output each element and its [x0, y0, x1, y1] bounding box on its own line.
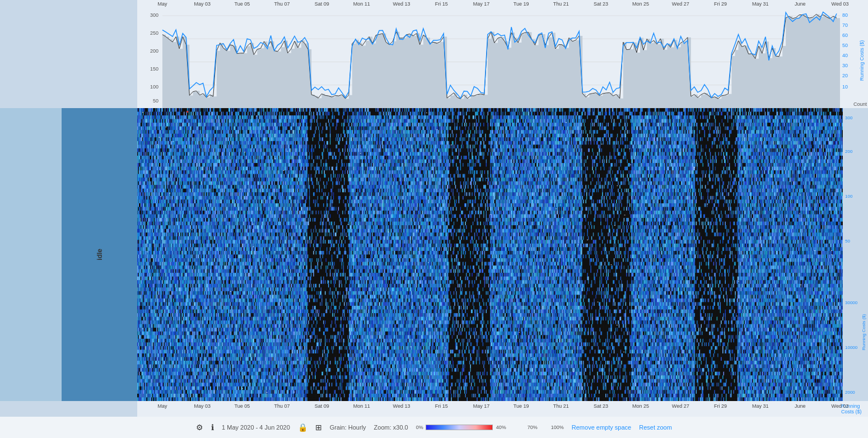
- remove-empty-space-link[interactable]: Remove empty space: [572, 424, 631, 431]
- gear-icon[interactable]: ⚙: [196, 423, 203, 432]
- svg-text:60: 60: [842, 32, 848, 38]
- svg-text:50: 50: [153, 98, 158, 104]
- date-tick-Mon-11: Mon 11: [353, 403, 370, 409]
- svg-text:20: 20: [842, 73, 848, 78]
- date-tick-Thu-07: Thu 07: [274, 403, 290, 409]
- svg-text:70: 70: [842, 22, 848, 28]
- date-tick-Tue-19: Tue 19: [514, 1, 529, 7]
- legend-100pct: 100%: [551, 425, 564, 430]
- date-tick-Thu-07: Thu 07: [274, 1, 290, 7]
- heatmap-section: idle 300 200 100 50 Running Costs ($) 30…: [0, 108, 868, 401]
- legend-0pct: 0%: [416, 425, 423, 430]
- date-tick-May: May: [157, 1, 167, 7]
- date-tick-Fri-29: Fri 29: [714, 403, 727, 409]
- svg-text:Running Costs ($): Running Costs ($): [861, 314, 866, 350]
- idle-label: idle: [96, 249, 104, 260]
- date-tick-Tue-05: Tue 05: [235, 403, 250, 409]
- zoom-label: Zoom: x30.0: [374, 424, 408, 431]
- svg-text:300: 300: [150, 12, 158, 18]
- heatmap-right-sidebar: 300 200 100 50 Running Costs ($) 30000 1…: [843, 108, 868, 401]
- date-tick-Sat-23: Sat 23: [594, 403, 608, 409]
- svg-text:10000: 10000: [845, 345, 858, 350]
- date-tick-May: May: [157, 403, 167, 409]
- date-tick-Thu-21: Thu 21: [553, 1, 569, 7]
- date-tick-Sat-09: Sat 09: [315, 403, 329, 409]
- date-tick-Mon-25: Mon 25: [632, 1, 649, 7]
- date-axis-top: MayMay 03Tue 05Thu 07Sat 09Mon 11Wed 13F…: [162, 0, 840, 10]
- date-tick-Thu-21: Thu 21: [553, 403, 569, 409]
- date-tick-Wed-03: Wed 03: [832, 1, 849, 7]
- left-sidebar-2: idle: [62, 108, 137, 401]
- left-sidebar-1: [0, 108, 62, 401]
- svg-text:30: 30: [842, 63, 848, 68]
- date-tick-Fri-15: Fri 15: [435, 403, 448, 409]
- date-tick-Tue-05: Tue 05: [235, 1, 250, 7]
- date-tick-June: June: [795, 1, 806, 7]
- heatmap-canvas: [137, 108, 843, 401]
- date-tick-Mon-11: Mon 11: [353, 1, 370, 7]
- svg-text:30000: 30000: [845, 300, 858, 305]
- svg-text:200: 200: [845, 149, 853, 154]
- top-chart: 300 250 200 150 100 50 80 70 60 50 40 30…: [0, 10, 868, 108]
- reset-zoom-link[interactable]: Reset zoom: [639, 424, 672, 431]
- date-tick-May-03: May 03: [194, 403, 211, 409]
- svg-text:2000: 2000: [845, 390, 855, 395]
- chart-left-pad: [0, 10, 137, 108]
- count-label: Count: [853, 101, 867, 107]
- bottom-axis: MayMay 03Tue 05Thu 07Sat 09Mon 11Wed 13F…: [0, 401, 868, 417]
- date-tick-Tue-19: Tue 19: [514, 403, 529, 409]
- date-tick-Wed-13: Wed 13: [393, 1, 410, 7]
- date-tick-Wed-13: Wed 13: [393, 403, 410, 409]
- date-tick-May-31: May 31: [752, 403, 769, 409]
- date-tick-Sat-09: Sat 09: [315, 1, 329, 7]
- info-icon[interactable]: ℹ: [211, 423, 214, 432]
- date-tick-Sat-23: Sat 23: [594, 1, 608, 7]
- svg-text:40: 40: [842, 53, 848, 58]
- svg-text:80: 80: [842, 12, 848, 18]
- svg-text:200: 200: [150, 48, 158, 54]
- svg-text:10: 10: [842, 84, 848, 90]
- svg-text:100: 100: [845, 194, 853, 199]
- svg-text:Running Costs ($): Running Costs ($): [859, 40, 865, 81]
- grid-icon: ⊞: [315, 423, 322, 432]
- legend-gradient: [426, 425, 493, 430]
- svg-text:250: 250: [150, 30, 158, 36]
- svg-text:50: 50: [845, 239, 850, 244]
- legend-40pct: 40%: [496, 425, 506, 430]
- svg-text:300: 300: [845, 115, 853, 120]
- date-tick-May-17: May 17: [473, 1, 490, 7]
- footer: ⚙ ℹ 1 May 2020 - 4 Jun 2020 🔒 ⊞ Grain: H…: [0, 417, 868, 438]
- chart-main: [162, 10, 840, 108]
- date-tick-June: June: [795, 403, 806, 409]
- date-tick-Wed-03: Wed 03: [832, 403, 849, 409]
- heatmap-main: [137, 108, 843, 401]
- chart-right-axis: 80 70 60 50 40 30 20 10 Running Costs ($…: [840, 10, 868, 108]
- legend-70pct: 70%: [528, 425, 538, 430]
- date-range-label: 1 May 2020 - 4 Jun 2020: [222, 424, 290, 431]
- legend-bar: 0% 40% 70% 100%: [416, 425, 564, 430]
- svg-text:50: 50: [842, 43, 848, 48]
- chart-y-axis-left: 300 250 200 150 100 50: [137, 10, 162, 108]
- grain-label: Grain: Hourly: [330, 424, 366, 431]
- svg-text:150: 150: [150, 66, 158, 72]
- date-tick-May-03: May 03: [194, 1, 211, 7]
- svg-text:100: 100: [150, 84, 158, 90]
- date-tick-Fri-15: Fri 15: [435, 1, 448, 7]
- date-tick-Mon-25: Mon 25: [632, 403, 649, 409]
- date-tick-May-31: May 31: [752, 1, 769, 7]
- date-tick-Wed-27: Wed 27: [672, 403, 689, 409]
- main-container: MayMay 03Tue 05Thu 07Sat 09Mon 11Wed 13F…: [0, 0, 868, 438]
- lock-icon: 🔒: [298, 423, 307, 432]
- date-tick-Fri-29: Fri 29: [714, 1, 727, 7]
- date-tick-May-17: May 17: [473, 403, 490, 409]
- date-tick-Wed-27: Wed 27: [672, 1, 689, 7]
